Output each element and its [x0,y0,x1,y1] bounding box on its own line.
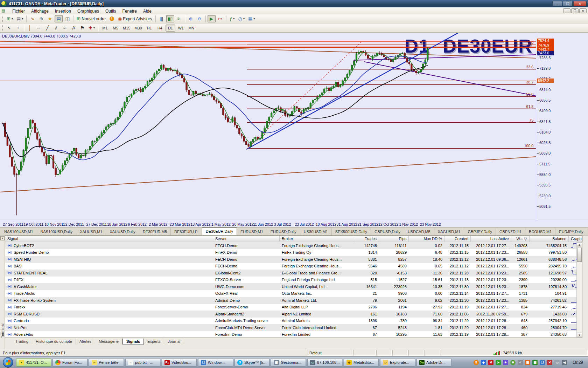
table-row[interactable]: RSM EURUSDAlpari-Standard2Alpari NZ Limi… [5,311,582,318]
terminal-tab-journal[interactable]: Journal [164,339,184,345]
minimize-button[interactable]: — [552,1,562,6]
tray-usb-icon[interactable]: ✓ [518,360,523,365]
chart-plot[interactable]: D1 DE30EUR 0.023.638.250.061.875100.0 DE… [0,33,536,221]
market-watch-button[interactable]: ▤ [55,15,63,22]
chart-tab-spx500usd-daily[interactable]: SPX500USD,Daily [332,229,371,235]
support-line-brown[interactable] [0,157,536,192]
periods-button[interactable]: ◷▾ [237,15,246,22]
terminal-tab-trading[interactable]: Trading [12,339,32,345]
chart-tab-gbpjpy-daily[interactable]: GBPJPY,Daily [464,229,496,235]
tray-network-icon[interactable]: ▭ [554,360,560,365]
auto-scroll-button[interactable]: ▶ [208,15,216,22]
chart-tab-usdcad-m5[interactable]: USDCAD,M5 [404,229,434,235]
chart-tab-de30eur-h1[interactable]: DE30EUR,H1 [171,229,202,235]
terminal-close-button[interactable]: x [0,236,5,240]
table-row[interactable]: E4EXEFXCO-ServerEngland Foreign Exchange… [5,277,582,284]
child-restore-button[interactable]: ❐ [571,8,579,13]
tray-green-arrow-icon[interactable]: ➤ [496,360,501,365]
column-header-trades[interactable]: Trades [353,236,379,242]
timeframe-mn[interactable]: MN [187,25,196,32]
column-header-server[interactable]: Server [213,236,280,242]
table-row[interactable]: FarekxForexServer-DemoAlfa Digital LLP27… [5,304,582,311]
tray-speed-icon[interactable]: 5 [474,360,479,365]
tray-hp-icon[interactable]: ✦ [503,360,508,365]
table-row[interactable]: STATEMENT REALEGlobal-Cent2E-Global Trad… [5,270,582,277]
toolbar-grip[interactable] [2,25,4,31]
taskbar-button-explorate-[interactable]: ▱Explorate... [380,358,415,367]
toolbar-grip[interactable] [2,16,4,22]
terminal-tab-experts[interactable]: Experts [144,339,164,345]
zoom-out-button[interactable]: ⊖ [196,15,204,22]
cursor-button[interactable]: ↖ [5,24,13,32]
table-row[interactable]: A CashMakerUWC-Demo.comUnited World Capi… [5,283,582,290]
column-header-broker[interactable]: Broker [280,236,353,242]
taskbar-button-pub-txt-[interactable]: ≡pub.txt - ... [125,358,160,367]
chart-tab-bcousd-m1[interactable]: BCOUSD,M1 [525,229,555,235]
timeframe-d1[interactable]: D1 [166,25,175,32]
table-row[interactable]: CyberBOT2FECH-DemoForeign Exchange Clear… [5,242,582,249]
chart-shift-button[interactable]: ↦ [216,15,224,22]
column-header-created[interactable]: Created [444,236,471,242]
time-axis[interactable]: 27 Sep 201119 Oct 201110 Nov 20112 Dec 2… [0,221,588,227]
child-minimize-button[interactable]: ─ [563,8,570,13]
chart-tab-gbpusd-daily[interactable]: GBPUSD,Daily [371,229,404,235]
taskbar-button-window-[interactable]: ❒Window... [198,358,233,367]
chart-tab-xauusd-m1[interactable]: XAUUSD,M1 [76,229,106,235]
timeframe-h4[interactable]: H4 [155,25,165,32]
alert-button[interactable]: ! [108,15,116,22]
bar-chart-button[interactable]: ||| [158,15,166,22]
tray-blue-diamond-icon[interactable]: ◆ [481,360,486,365]
favorites-button[interactable]: ★ [46,15,54,22]
menu-affichage[interactable]: Affichage [28,8,52,14]
terminal-tab-signals[interactable]: Signals [122,339,144,345]
scroll-up-button[interactable]: ▲ [577,242,582,247]
taskbar-button-411731-o-[interactable]: ◗411731: O... [16,358,51,367]
table-row[interactable]: NchProForexClub-MT4 Demo ServerForex Clu… [5,324,582,331]
tray-window-icon[interactable]: ❒ [540,360,545,365]
table-row[interactable]: AdversFiboForexInn-DemoForexInn Limited6… [5,331,582,338]
taskbar-button-pense-b-te[interactable]: ▰Pense-bête [89,358,124,367]
templates-button[interactable]: ▦▾ [247,15,256,22]
timeframe-m30[interactable]: M30 [133,25,144,32]
table-row[interactable]: BASIFECH-DemoForeign Exchange Clearing H… [5,263,582,270]
equidistant-channel-button[interactable]: ⫽ [52,24,60,32]
taskbar-button-adobe-dr-[interactable]: DwAdobe Dr... [416,358,451,367]
ma-slow-line[interactable] [3,66,428,157]
chart-tab-nas100usd-m1[interactable]: NAS100USD,M1 [1,229,37,235]
table-row[interactable]: Trade AholicOctaFX-RealOcta Markets Inc.… [5,290,582,297]
table-row[interactable]: GertrudaAdmiralMarkets-Trading serverAdm… [5,318,582,325]
column-header-signal[interactable]: Signal [5,236,213,242]
menu-graphiques[interactable]: Graphiques [74,8,102,14]
indicators-button[interactable]: ƒ▾ [228,15,236,22]
ma-medium-line[interactable] [3,56,428,160]
tick-chart-button[interactable]: ∿ [28,15,36,22]
tray-photo-icon[interactable]: ▣ [525,360,530,365]
fibonacci-button[interactable]: ≋ [61,24,69,32]
vertical-line-button[interactable]: │ [26,24,34,32]
ma-fast-line[interactable] [3,52,428,172]
chart-tab-xagusd-m1[interactable]: XAGUSD,M1 [434,229,464,235]
data-window-button[interactable]: ◫ [63,15,71,22]
arrows-button[interactable]: ✚▾ [87,24,96,32]
table-row[interactable]: FX Trade Ronko SystemAdmiral-DemoAdmiral… [5,297,582,304]
terminal-tab-messagerie[interactable]: Messagerie [95,339,122,345]
column-header-balance[interactable]: Balance [530,236,569,242]
timeframe-m5[interactable]: M5 [111,25,120,32]
resistance-line-brown[interactable] [0,41,536,58]
chart-tab-eurjpy-daily[interactable]: EURJPY,Daily [555,229,587,235]
scroll-down-button[interactable]: ▼ [577,333,582,338]
tray-update-icon[interactable]: ✱ [510,360,516,365]
table-row[interactable]: MSATHIQFECH-DemoForeign Exchange Clearin… [5,256,582,263]
price-axis[interactable]: 7286.57129.06971.56814.06656.56499.06341… [537,33,588,221]
timeframe-m15[interactable]: M15 [121,25,132,32]
candlestick-chart-button[interactable]: ▮▯ [166,15,174,22]
timeframe-w1[interactable]: W1 [176,25,186,32]
column-header-max-dd-[interactable]: Max DD % [409,236,444,242]
taskbar-clock[interactable]: 18:29 [570,360,588,365]
taskbar-button-forum-fo-[interactable]: Forum Fo... [52,358,88,367]
timeframe-m1[interactable]: M1 [100,25,110,32]
table-row[interactable]: Speed Hunter DemoFinFX-DemoFinFx Trading… [5,249,582,256]
timeframe-h1[interactable]: H1 [145,25,154,32]
column-header-graph[interactable]: Graph [569,236,583,242]
chart-tab-nas100usd-daily[interactable]: NAS100USD,Daily [37,229,77,235]
